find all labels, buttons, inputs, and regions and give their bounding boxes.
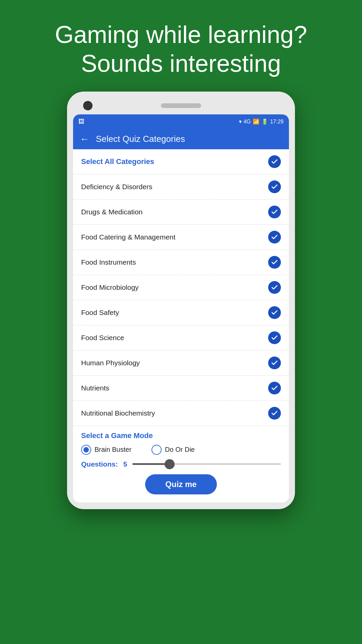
category-list: Select All Categories Deficiency & Disor… [73, 149, 289, 426]
list-item[interactable]: Food Instruments [73, 250, 289, 275]
brain-buster-radio[interactable] [81, 445, 91, 455]
list-item[interactable]: Food Safety [73, 300, 289, 325]
speaker-bar [161, 103, 201, 108]
list-item[interactable]: Food Catering & Management [73, 225, 289, 250]
hero-line2: Sounds interesting [81, 50, 281, 77]
phone-top-bar [73, 98, 289, 114]
slider-track [132, 463, 281, 465]
slider-thumb[interactable] [165, 459, 175, 469]
category-name: Human Physiology [81, 359, 140, 367]
camera-icon [83, 101, 93, 110]
do-or-die-label: Do Or Die [165, 446, 195, 453]
list-item[interactable]: Deficiency & Disorders [73, 174, 289, 200]
category-name: Food Science [81, 334, 124, 342]
category-checkbox[interactable] [268, 331, 281, 344]
category-checkbox[interactable] [268, 382, 281, 394]
category-name: Nutritional Biochemistry [81, 409, 155, 417]
signal-icon: 📶 [253, 118, 259, 125]
category-name: Food Instruments [81, 258, 136, 266]
status-bar: 🖼 ▾ 4G 📶 🔋 17:29 [73, 114, 289, 129]
category-name: Deficiency & Disorders [81, 183, 152, 191]
do-or-die-radio[interactable] [152, 445, 162, 455]
list-item[interactable]: Food Microbiology [73, 275, 289, 300]
game-mode-title: Select a Game Mode [81, 431, 281, 440]
category-checkbox[interactable] [268, 256, 281, 269]
category-checkbox[interactable] [268, 231, 281, 244]
app-bar-title: Select Quiz Categories [96, 134, 185, 144]
brain-buster-label: Brain Buster [95, 446, 131, 453]
wifi-icon: ▾ [239, 118, 242, 125]
questions-label: Questions: [81, 460, 118, 468]
status-right: ▾ 4G 📶 🔋 17:29 [239, 118, 284, 125]
select-all-row[interactable]: Select All Categories [73, 149, 289, 174]
quiz-me-button[interactable]: Quiz me [145, 474, 217, 494]
hero-line1: Gaming while learning? [55, 21, 307, 48]
questions-slider[interactable] [132, 461, 281, 468]
questions-value: 5 [123, 460, 127, 468]
select-all-label: Select All Categories [81, 157, 154, 166]
network-label: 4G [244, 119, 251, 125]
back-button[interactable]: ← [80, 134, 89, 145]
do-or-die-option[interactable]: Do Or Die [152, 445, 195, 455]
category-name: Nutrients [81, 384, 109, 392]
notification-icon: 🖼 [78, 118, 84, 125]
category-checkbox[interactable] [268, 306, 281, 319]
slider-fill [132, 463, 170, 465]
app-bar: ← Select Quiz Categories [73, 129, 289, 149]
phone-screen: 🖼 ▾ 4G 📶 🔋 17:29 ← Select Quiz Categorie… [73, 114, 289, 502]
category-name: Drugs & Medication [81, 208, 142, 216]
battery-icon: 🔋 [261, 118, 268, 125]
list-item[interactable]: Nutritional Biochemistry [73, 401, 289, 426]
game-mode-section: Select a Game Mode Brain Buster Do Or Di… [73, 426, 289, 502]
game-mode-options: Brain Buster Do Or Die [81, 445, 281, 455]
category-name: Food Catering & Management [81, 233, 175, 241]
clock: 17:29 [270, 119, 284, 125]
radio-inner [83, 447, 89, 452]
status-left: 🖼 [78, 118, 84, 125]
select-all-checkbox[interactable] [268, 155, 281, 168]
category-name: Food Safety [81, 309, 119, 317]
category-checkbox[interactable] [268, 407, 281, 420]
questions-row: Questions: 5 [81, 460, 281, 468]
hero-header: Gaming while learning? Sounds interestin… [55, 20, 307, 78]
category-checkbox[interactable] [268, 281, 281, 294]
category-checkbox[interactable] [268, 357, 281, 369]
list-item[interactable]: Drugs & Medication [73, 200, 289, 225]
list-item[interactable]: Nutrients [73, 376, 289, 401]
list-item[interactable]: Food Science [73, 325, 289, 351]
brain-buster-option[interactable]: Brain Buster [81, 445, 131, 455]
category-checkbox[interactable] [268, 206, 281, 218]
phone-mockup: 🖼 ▾ 4G 📶 🔋 17:29 ← Select Quiz Categorie… [67, 92, 295, 509]
list-item[interactable]: Human Physiology [73, 351, 289, 376]
category-name: Food Microbiology [81, 283, 139, 291]
category-checkbox[interactable] [268, 180, 281, 193]
